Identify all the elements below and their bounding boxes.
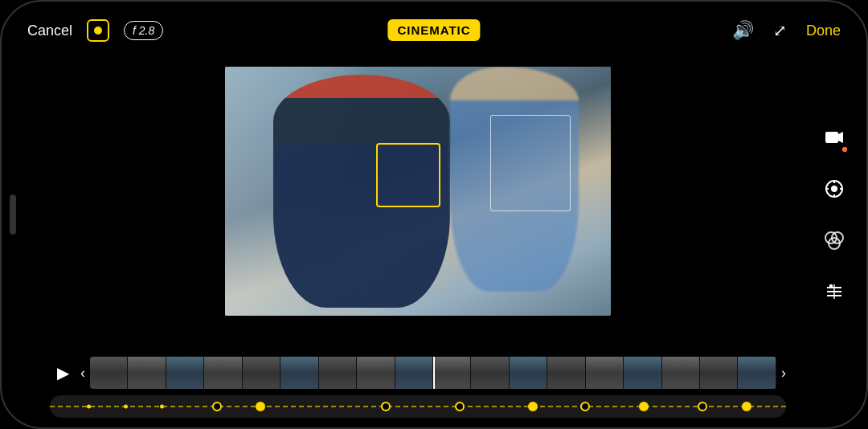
color-mix-tool[interactable] (818, 224, 850, 256)
filmstrip-frame (243, 357, 280, 389)
focus-dot-filled[interactable] (639, 402, 649, 411)
expand-icon[interactable]: ⤢ (773, 21, 787, 40)
filmstrip-row: ▶ ‹ › (50, 355, 786, 390)
focus-dot-outline[interactable] (698, 402, 707, 411)
focus-dot-filled[interactable] (528, 402, 538, 411)
video-area (50, 59, 786, 323)
filmstrip-frame (624, 357, 661, 389)
focus-dot-small[interactable] (160, 405, 164, 409)
crop-tool[interactable] (818, 276, 850, 308)
screen: Cancel f 2.8 CINEMATIC 🔊 ⤢ Done (2, 2, 866, 427)
filmstrip-frame (586, 357, 624, 389)
filmstrip-chevron-left[interactable]: ‹ (80, 365, 85, 382)
sidebar-tools (818, 121, 850, 308)
filmstrip-frame (471, 357, 509, 389)
video-camera-tool[interactable] (818, 121, 850, 153)
focus-dot-outline[interactable] (212, 402, 222, 411)
svg-marker-1 (838, 132, 843, 143)
phone-bezel: Cancel f 2.8 CINEMATIC 🔊 ⤢ Done (0, 0, 868, 429)
filmstrip-chevron-right[interactable]: › (781, 365, 786, 382)
filmstrip-frame (90, 357, 128, 389)
video-background (225, 67, 611, 316)
toolbar-left: Cancel f 2.8 (27, 19, 163, 42)
filmstrip-frame (547, 357, 585, 389)
adjust-tool[interactable] (818, 173, 850, 205)
filmstrip-frame (662, 357, 700, 389)
filmstrip-frame (433, 357, 471, 389)
filmstrip-frame (204, 357, 242, 389)
toolbar: Cancel f 2.8 CINEMATIC 🔊 ⤢ Done (2, 2, 866, 59)
toolbar-right: 🔊 ⤢ Done (732, 20, 841, 41)
filmstrip-frame (280, 357, 318, 389)
toolbar-center: CINEMATIC (387, 23, 480, 38)
focus-dot-outline[interactable] (580, 402, 590, 411)
filmstrip[interactable] (90, 357, 776, 389)
focus-dot-small[interactable] (124, 405, 128, 409)
focus-dot-outline[interactable] (381, 402, 391, 411)
focus-track-row[interactable] (50, 395, 786, 418)
aperture-badge[interactable]: f 2.8 (124, 21, 163, 40)
filmstrip-frame (166, 357, 204, 389)
filmstrip-frame (395, 357, 433, 389)
focus-box-primary (376, 143, 440, 207)
volume-icon[interactable]: 🔊 (732, 20, 754, 41)
focus-dot-filled[interactable] (742, 402, 751, 411)
filmstrip-frame (510, 357, 547, 389)
detect-box-secondary (490, 115, 571, 211)
filmstrip-frame (128, 357, 166, 389)
focus-reticle-icon[interactable] (87, 19, 109, 42)
side-button[interactable] (10, 194, 16, 235)
playhead (433, 357, 435, 389)
svg-rect-15 (829, 284, 833, 288)
video-frame (225, 67, 611, 316)
cinematic-badge[interactable]: CINEMATIC (387, 19, 480, 41)
svg-rect-0 (825, 132, 838, 143)
svg-point-3 (831, 186, 837, 192)
filmstrip-frame (319, 357, 357, 389)
cancel-button[interactable]: Cancel (27, 22, 72, 39)
filmstrip-frame (357, 357, 395, 389)
done-button[interactable]: Done (806, 22, 841, 39)
filmstrip-frame (738, 357, 776, 389)
filmstrip-frame (700, 357, 738, 389)
play-button[interactable]: ▶ (50, 363, 76, 382)
focus-dot-filled[interactable] (256, 402, 265, 411)
bottom-controls: ▶ ‹ › (50, 355, 786, 418)
focus-dot-small[interactable] (87, 405, 91, 409)
focus-dot-outline[interactable] (455, 402, 465, 411)
